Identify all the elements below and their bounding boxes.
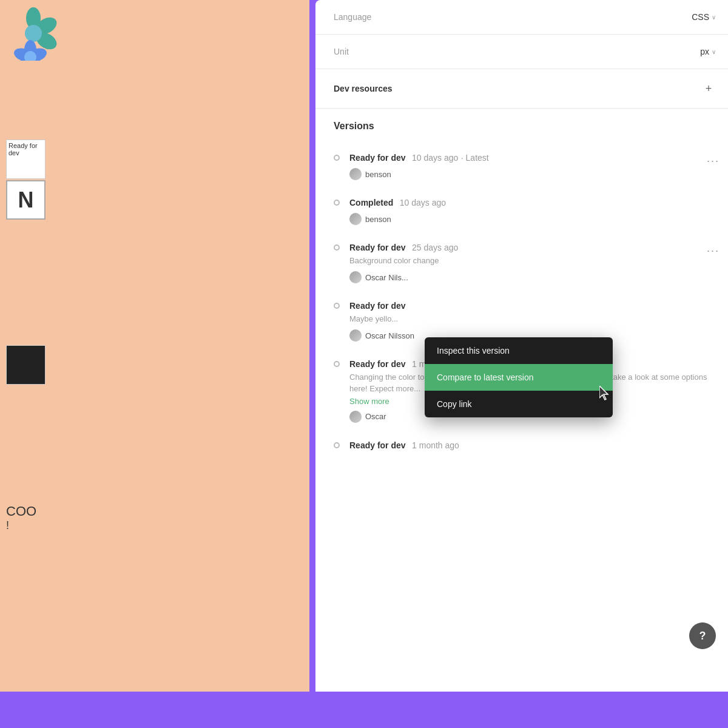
version-author-1: benson bbox=[349, 168, 716, 180]
word-grid: Ready for dev N bbox=[6, 140, 94, 386]
version-dot-1 bbox=[334, 155, 340, 161]
author-name-3: Oscar Nils... bbox=[365, 273, 408, 282]
language-label: Language bbox=[334, 12, 371, 22]
version-item-2: Completed 10 days ago benson bbox=[315, 189, 728, 234]
version-item-1: Ready for dev 10 days ago · Latest benso… bbox=[315, 144, 728, 189]
author-name-4: Oscar Nilsson bbox=[365, 331, 414, 340]
dev-resources-section: Dev resources + bbox=[315, 69, 728, 109]
version-status-5: Ready for dev bbox=[349, 359, 406, 369]
version-content-3: Ready for dev 25 days ago Background col… bbox=[349, 242, 716, 283]
avatar-4 bbox=[349, 329, 362, 342]
grid-cell-number: Ready for dev bbox=[6, 140, 46, 179]
version-dot-4 bbox=[334, 303, 340, 309]
avatar-2 bbox=[349, 213, 362, 225]
version-dot-3 bbox=[334, 244, 340, 251]
left-panel: Ready for dev N COO ! bbox=[0, 0, 309, 692]
version-content-4: Ready for dev Maybe yello... Oscar Nilss… bbox=[349, 300, 716, 342]
version-time-6: 1 month ago bbox=[412, 440, 459, 450]
context-menu: Inspect this version Compare to latest v… bbox=[425, 337, 613, 417]
bottom-text: COO ! bbox=[6, 504, 36, 532]
version-more-button-3[interactable]: ··· bbox=[704, 242, 722, 260]
version-status-3: Ready for dev bbox=[349, 243, 406, 252]
avatar-3 bbox=[349, 271, 362, 283]
version-status-1: Ready for dev bbox=[349, 153, 406, 163]
bottom-bar bbox=[0, 692, 728, 728]
context-menu-item-compare[interactable]: Compare to latest version bbox=[425, 364, 613, 391]
author-name-1: benson bbox=[365, 170, 391, 179]
version-time-1: 10 days ago bbox=[412, 153, 458, 163]
version-time-3: 25 days ago bbox=[412, 243, 458, 252]
version-status-4: Ready for dev bbox=[349, 301, 406, 311]
grid-cell-pink-3 bbox=[6, 305, 46, 344]
grid-cell-letter: N bbox=[6, 180, 46, 220]
version-author-3: Oscar Nils... bbox=[349, 271, 716, 283]
versions-title: Versions bbox=[315, 121, 728, 144]
version-desc-4: Maybe yello... bbox=[349, 314, 716, 325]
version-dot-2 bbox=[334, 200, 340, 206]
mouse-cursor bbox=[599, 386, 612, 400]
version-author-2: benson bbox=[349, 213, 716, 225]
svg-point-3 bbox=[25, 25, 42, 42]
unit-value: px ∨ bbox=[700, 47, 716, 56]
version-item-6: Ready for dev 1 month ago bbox=[315, 431, 728, 459]
version-status-2: Completed bbox=[349, 198, 393, 207]
language-section: Language CSS ∨ bbox=[315, 0, 728, 35]
add-dev-resource-button[interactable]: + bbox=[701, 81, 716, 96]
language-value: CSS ∨ bbox=[692, 12, 716, 22]
avatar-1 bbox=[349, 168, 362, 180]
version-content-1: Ready for dev 10 days ago · Latest benso… bbox=[349, 152, 716, 180]
grid-cell-pink-2 bbox=[6, 264, 46, 303]
grid-cell-pink-1 bbox=[6, 223, 46, 263]
version-dot-6 bbox=[334, 442, 340, 448]
version-more-button-1[interactable]: ··· bbox=[704, 152, 722, 170]
version-content-6: Ready for dev 1 month ago bbox=[349, 440, 716, 451]
version-desc-3: Background color change bbox=[349, 255, 716, 266]
chevron-down-icon-unit: ∨ bbox=[712, 49, 716, 55]
context-menu-item-copy-link[interactable]: Copy link bbox=[425, 391, 613, 417]
version-badge-1: · Latest bbox=[461, 153, 489, 163]
green-flower bbox=[6, 6, 61, 63]
help-button[interactable]: ? bbox=[689, 622, 716, 649]
pink-area: Ready for dev N COO ! bbox=[0, 0, 309, 692]
version-status-6: Ready for dev bbox=[349, 440, 406, 450]
avatar-5 bbox=[349, 411, 362, 423]
author-name-2: benson bbox=[365, 215, 391, 224]
unit-section: Unit px ∨ bbox=[315, 35, 728, 69]
context-menu-item-inspect[interactable]: Inspect this version bbox=[425, 337, 613, 364]
version-dot-5 bbox=[334, 361, 340, 367]
version-content-2: Completed 10 days ago benson bbox=[349, 197, 716, 225]
chevron-down-icon: ∨ bbox=[712, 14, 716, 21]
unit-label: Unit bbox=[334, 47, 349, 56]
author-name-5: Oscar bbox=[365, 412, 386, 421]
dev-resources-title: Dev resources bbox=[334, 84, 393, 93]
grid-cell-black bbox=[6, 345, 46, 385]
version-time-2: 10 days ago bbox=[400, 198, 446, 207]
version-item-3: Ready for dev 25 days ago Background col… bbox=[315, 234, 728, 292]
